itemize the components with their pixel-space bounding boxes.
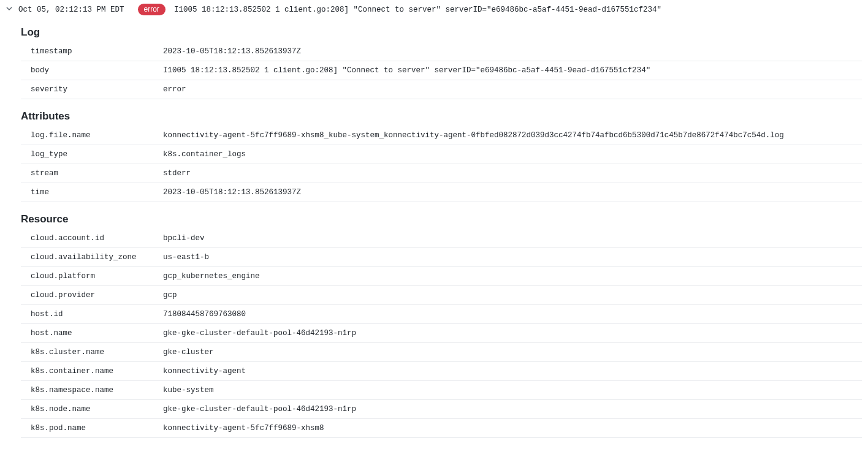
kv-value: k8s.container_logs (153, 145, 862, 164)
table-row: k8s.pod.name konnectivity-agent-5fc7ff96… (21, 419, 862, 438)
kv-key: severity (21, 80, 153, 99)
attributes-table: log.file.name konnectivity-agent-5fc7ff9… (21, 126, 862, 202)
kv-key: k8s.container.name (21, 362, 153, 381)
table-row: log_type k8s.container_logs (21, 145, 862, 164)
kv-value: konnectivity-agent (153, 362, 862, 381)
table-row: time 2023-10-05T18:12:13.852613937Z (21, 183, 862, 202)
table-row: k8s.node.name gke-gke-cluster-default-po… (21, 400, 862, 419)
kv-value: 2023-10-05T18:12:13.852613937Z (153, 183, 862, 202)
log-message: I1005 18:12:13.852502 1 client.go:208] "… (174, 6, 661, 14)
severity-badge: error (138, 4, 166, 15)
section-title-log: Log (21, 26, 862, 39)
resource-table: cloud.account.id bpcli-dev cloud.availab… (21, 229, 862, 438)
kv-key: body (21, 61, 153, 80)
table-row: log.file.name konnectivity-agent-5fc7ff9… (21, 126, 862, 145)
log-summary-row[interactable]: Oct 05, 02:12:13 PM EDT error I1005 18:1… (0, 0, 868, 18)
kv-key: log_type (21, 145, 153, 164)
kv-key: time (21, 183, 153, 202)
kv-key: k8s.namespace.name (21, 381, 153, 400)
kv-value: error (153, 80, 862, 99)
table-row: k8s.namespace.name kube-system (21, 381, 862, 400)
kv-value: konnectivity-agent-5fc7ff9689-xhsm8 (153, 419, 862, 438)
kv-value: gcp (153, 286, 862, 305)
chevron-down-icon[interactable] (6, 6, 13, 13)
table-row: host.name gke-gke-cluster-default-pool-4… (21, 324, 862, 343)
kv-value: kube-system (153, 381, 862, 400)
table-row: timestamp 2023-10-05T18:12:13.852613937Z (21, 42, 862, 61)
table-row: cloud.platform gcp_kubernetes_engine (21, 267, 862, 286)
kv-key: cloud.provider (21, 286, 153, 305)
kv-value: 2023-10-05T18:12:13.852613937Z (153, 42, 862, 61)
kv-value: I1005 18:12:13.852502 1 client.go:208] "… (153, 61, 862, 80)
kv-value: bpcli-dev (153, 229, 862, 248)
kv-value: gke-gke-cluster-default-pool-46d42193-n1… (153, 324, 862, 343)
table-row: cloud.availability_zone us-east1-b (21, 248, 862, 267)
kv-value: stderr (153, 164, 862, 183)
table-row: k8s.cluster.name gke-cluster (21, 343, 862, 362)
kv-value: us-east1-b (153, 248, 862, 267)
kv-key: timestamp (21, 42, 153, 61)
kv-key: stream (21, 164, 153, 183)
kv-key: k8s.pod.name (21, 419, 153, 438)
kv-value: konnectivity-agent-5fc7ff9689-xhsm8_kube… (153, 126, 862, 145)
section-title-resource: Resource (21, 213, 862, 225)
kv-key: k8s.node.name (21, 400, 153, 419)
kv-key: host.id (21, 305, 153, 324)
table-row: stream stderr (21, 164, 862, 183)
kv-key: cloud.availability_zone (21, 248, 153, 267)
table-row: host.id 718084458769763080 (21, 305, 862, 324)
kv-value: 718084458769763080 (153, 305, 862, 324)
log-detail-panel: Log timestamp 2023-10-05T18:12:13.852613… (0, 18, 868, 444)
kv-key: log.file.name (21, 126, 153, 145)
kv-value: gke-gke-cluster-default-pool-46d42193-n1… (153, 400, 862, 419)
kv-key: cloud.account.id (21, 229, 153, 248)
section-title-attributes: Attributes (21, 110, 862, 123)
kv-key: k8s.cluster.name (21, 343, 153, 362)
table-row: k8s.container.name konnectivity-agent (21, 362, 862, 381)
kv-key: cloud.platform (21, 267, 153, 286)
table-row: cloud.account.id bpcli-dev (21, 229, 862, 248)
log-table: timestamp 2023-10-05T18:12:13.852613937Z… (21, 42, 862, 99)
kv-value: gke-cluster (153, 343, 862, 362)
log-timestamp-short: Oct 05, 02:12:13 PM EDT (18, 6, 124, 14)
kv-key: host.name (21, 324, 153, 343)
table-row: body I1005 18:12:13.852502 1 client.go:2… (21, 61, 862, 80)
table-row: severity error (21, 80, 862, 99)
table-row: cloud.provider gcp (21, 286, 862, 305)
kv-value: gcp_kubernetes_engine (153, 267, 862, 286)
